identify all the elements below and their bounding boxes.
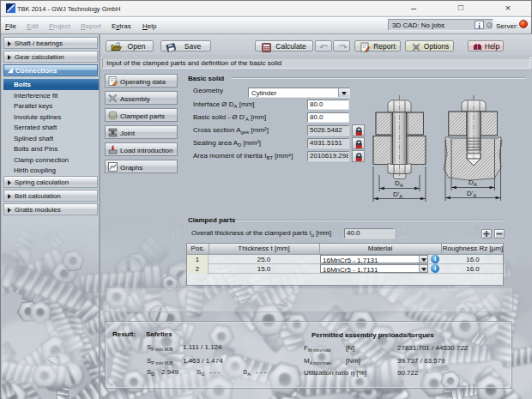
svg-text:D'A: D'A xyxy=(393,190,402,199)
svg-text:D'A: D'A xyxy=(467,190,476,198)
svg-text:DA: DA xyxy=(395,179,403,188)
